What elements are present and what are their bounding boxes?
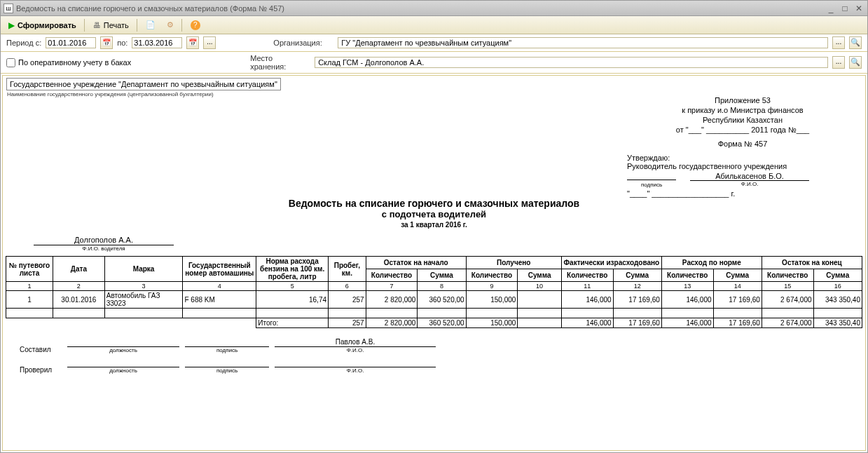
toolbar-separator xyxy=(84,19,85,32)
window-title: Ведомость на списание горючего и смазочн… xyxy=(16,4,825,13)
appendix-date: от "___" __________ 2011 года №___ xyxy=(627,126,858,134)
sub-sum-14: Сумма xyxy=(713,269,762,282)
approve-label: Утверждаю: xyxy=(627,154,858,162)
filter-bar-2: По оперативному учету в баках Место хран… xyxy=(1,52,867,74)
doc-period: за 1 квартал 2016 г. xyxy=(6,221,862,229)
checked-sign-line xyxy=(185,359,269,367)
compiled-name: Павлов А.В. xyxy=(275,338,436,347)
sub-sum-10: Сумма xyxy=(518,269,562,282)
doc-title-block: Ведомость на списание горючего и смазочн… xyxy=(6,198,862,229)
approve-sign-cap: подпись xyxy=(627,182,676,188)
org-dots-button[interactable]: ... xyxy=(832,36,845,49)
form-button[interactable]: ▶ Сформировать xyxy=(4,18,81,32)
title-bar: ш Ведомость на списание горючего и смазо… xyxy=(1,1,867,16)
toolbar: ▶ Сформировать 🖶 Печать 📄 ⚙ ? xyxy=(1,16,867,34)
sheet-icon: 📄 xyxy=(146,20,156,29)
printer-icon: 🖶 xyxy=(93,21,101,29)
total-label: Итого: xyxy=(256,318,329,328)
period-from-label: Период с: xyxy=(6,39,41,47)
col-header-mileage: Пробег, км. xyxy=(329,257,366,282)
approve-sign-line xyxy=(627,172,676,180)
table-colnum-row: 1 2 3 4 5 6 7 8 9 10 11 12 13 14 15 16 xyxy=(6,282,862,291)
sub-sum-8: Сумма xyxy=(418,269,466,282)
appendix-to-2: Республики Казахстан xyxy=(627,116,858,124)
col-header-no: № путевого листа xyxy=(6,257,53,282)
toolbar-separator xyxy=(137,19,138,32)
table-total-row: Итого: 257 2 820,000 360 520,00 150,000 … xyxy=(6,318,862,328)
document: Государственное учреждение "Департамент … xyxy=(3,76,865,391)
period-from-input[interactable] xyxy=(46,37,96,48)
maximize-button[interactable]: □ xyxy=(839,4,850,13)
org-search-button[interactable]: 🔍 xyxy=(849,36,862,49)
action-button-2[interactable]: ⚙ xyxy=(162,18,179,32)
compiled-sign-cap: подпись xyxy=(185,347,269,353)
compiled-position-cap: должность xyxy=(67,347,179,353)
appendix-no: Приложение 53 xyxy=(627,96,858,104)
col-header-start: Остаток на начало xyxy=(366,257,466,269)
compiled-sign-line xyxy=(185,339,269,347)
sub-sum-16: Сумма xyxy=(813,269,862,282)
col-header-brand: Марка xyxy=(104,257,183,282)
org-input[interactable] xyxy=(338,37,828,48)
col-header-received: Получено xyxy=(466,257,561,269)
calendar-to-button[interactable]: 📅 xyxy=(186,36,199,49)
sub-qty-11: Количество xyxy=(561,269,613,282)
table-row: 1 30.01.2016 Автомобиль ГАЗ 33023 F 688 … xyxy=(6,291,862,309)
form-button-label: Сформировать xyxy=(18,21,76,29)
play-icon: ▶ xyxy=(8,20,15,30)
checked-name-line xyxy=(275,359,436,367)
sub-qty-13: Количество xyxy=(661,269,713,282)
org-name-box: Государственное учреждение "Департамент … xyxy=(6,78,281,90)
sub-sum-12: Сумма xyxy=(613,269,661,282)
period-to-input[interactable] xyxy=(132,37,182,48)
operative-checkbox[interactable] xyxy=(6,58,15,67)
app-window: ш Ведомость на списание горючего и смазо… xyxy=(0,0,868,453)
sub-qty-15: Количество xyxy=(762,269,813,282)
form-number: Форма № 457 xyxy=(627,140,858,148)
print-button[interactable]: 🖶 Печать xyxy=(88,19,134,32)
storage-dots-button[interactable]: ... xyxy=(832,56,845,69)
checked-position-line xyxy=(67,359,179,367)
storage-input[interactable] xyxy=(315,57,828,68)
approve-block: Утверждаю: Руководитель государственного… xyxy=(627,154,858,198)
print-button-label: Печать xyxy=(104,21,129,29)
col-header-actual: Фактически израсходовано xyxy=(561,257,661,269)
operative-checkbox-label: По оперативному учету в баках xyxy=(18,58,131,67)
minimize-button[interactable]: _ xyxy=(825,4,836,13)
checked-label: Проверил xyxy=(20,366,62,374)
filter-bar-1: Период с: 📅 по: 📅 ... Организация: ... 🔍 xyxy=(1,34,867,52)
col-header-plate: Государственный номер автомашины xyxy=(183,257,256,282)
help-icon: ? xyxy=(191,20,200,30)
org-label: Организация: xyxy=(273,39,333,47)
document-area: Государственное учреждение "Департамент … xyxy=(2,75,866,451)
driver-caption: Ф.И.О. водителя xyxy=(34,245,174,252)
approve-date-line: "____" __________________ г. xyxy=(627,189,858,198)
calendar-from-button[interactable]: 📅 xyxy=(100,36,113,49)
toolbar-separator xyxy=(181,19,183,32)
period-dots-button[interactable]: ... xyxy=(203,36,216,49)
doc-title-1: Ведомость на списание горючего и смазочн… xyxy=(6,198,862,209)
storage-search-button[interactable]: 🔍 xyxy=(849,56,862,69)
approve-name: Абилькасенов Б.О. xyxy=(690,172,809,181)
checked-sign-cap: подпись xyxy=(185,367,269,374)
header-right: Приложение 53 к приказу и.о Министра фин… xyxy=(627,96,858,198)
help-button[interactable]: ? xyxy=(186,18,205,32)
compiled-position-line xyxy=(67,339,179,347)
sub-qty-9: Количество xyxy=(466,269,518,282)
col-header-date: Дата xyxy=(53,257,105,282)
action-button-1[interactable]: 📄 xyxy=(141,18,160,32)
operative-checkbox-wrap[interactable]: По оперативному учету в баках xyxy=(6,58,131,67)
compiled-fio-cap: Ф.И.О. xyxy=(275,347,436,353)
period-to-label: по: xyxy=(117,39,128,47)
approve-fio-cap: Ф.И.О. xyxy=(690,181,809,187)
col-header-end: Остаток на конец xyxy=(762,257,862,269)
checked-fio-cap: Ф.И.О. xyxy=(275,367,436,374)
col-header-rate: Норма расхода бензина на 100 км. пробега… xyxy=(256,257,329,282)
col-header-norm: Расход по норме xyxy=(661,257,762,269)
data-table: № путевого листа Дата Марка Государствен… xyxy=(6,256,862,328)
approve-position: Руководитель государственного учреждения xyxy=(627,162,858,170)
wand-icon: ⚙ xyxy=(167,20,174,29)
close-button[interactable]: ✕ xyxy=(853,4,864,13)
checked-position-cap: должность xyxy=(67,367,179,374)
window-controls: _ □ ✕ xyxy=(825,4,864,13)
